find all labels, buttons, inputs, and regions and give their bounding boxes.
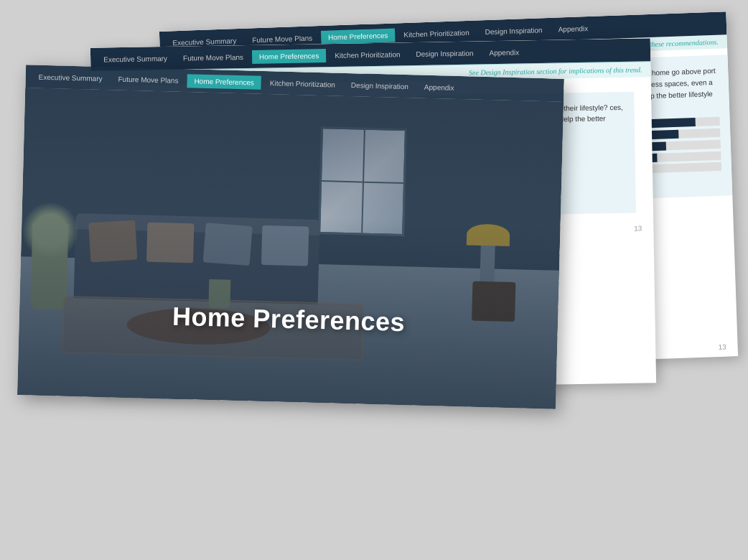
nav-appendix-back[interactable]: Appendix	[551, 21, 595, 36]
nav-future-move-mid[interactable]: Future Move Plans	[176, 50, 251, 65]
nav-home-prefs-back[interactable]: Home Preferences	[321, 28, 396, 45]
back-page-number: 13	[718, 343, 726, 351]
nav-executive-summary-front[interactable]: Executive Summary	[31, 70, 109, 85]
nav-appendix-mid[interactable]: Appendix	[482, 45, 526, 60]
slide-stack: Executive Summary Future Move Plans Home…	[0, 0, 748, 560]
nav-kitchen-front[interactable]: Kitchen Prioritization	[263, 75, 343, 91]
nav-design-front[interactable]: Design Inspiration	[344, 78, 416, 93]
nav-design-mid[interactable]: Design Inspiration	[408, 46, 480, 61]
nav-kitchen-mid[interactable]: Kitchen Prioritization	[327, 47, 407, 62]
nav-home-prefs-front[interactable]: Home Preferences	[187, 74, 261, 90]
slide-front: Executive Summary Future Move Plans Home…	[17, 65, 564, 409]
nav-design-back[interactable]: Design Inspiration	[477, 22, 550, 38]
nav-home-prefs-mid[interactable]: Home Preferences	[252, 49, 327, 64]
nav-executive-summary-mid[interactable]: Executive Summary	[96, 51, 174, 66]
nav-appendix-front[interactable]: Appendix	[417, 80, 462, 95]
nav-kitchen-back[interactable]: Kitchen Prioritization	[396, 25, 477, 42]
room-background: Home Preferences	[17, 88, 564, 409]
nav-future-move-front[interactable]: Future Move Plans	[111, 72, 185, 88]
room-overlay	[17, 88, 564, 409]
